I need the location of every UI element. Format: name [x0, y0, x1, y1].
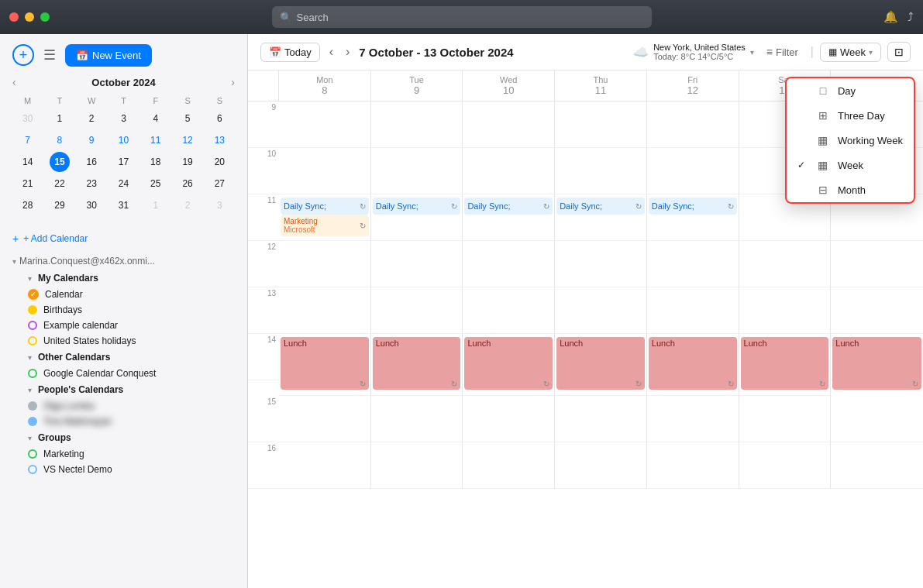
day-col-wed-15[interactable]	[463, 396, 555, 442]
event-marketing-mon[interactable]: Marketing Microsoft ↻	[281, 215, 369, 236]
day-col-tue-11[interactable]: Daily Sync; ↻	[371, 194, 463, 241]
mini-cal-day[interactable]: 5	[177, 108, 198, 129]
mini-cal-day[interactable]: 7	[18, 130, 38, 150]
mini-cal-day[interactable]: 6	[209, 108, 229, 129]
day-col-wed-13[interactable]	[463, 287, 555, 334]
day-col-mon-12[interactable]	[279, 241, 371, 287]
calendar-item-person2[interactable]: Tina Makhnayan	[0, 414, 247, 429]
mini-cal-day[interactable]: 24	[113, 174, 133, 194]
mini-cal-day[interactable]: 3	[113, 108, 133, 129]
day-col-thu-16[interactable]	[555, 442, 647, 489]
day-col-mon-10[interactable]	[279, 148, 371, 194]
add-icon-button[interactable]: +	[12, 44, 34, 66]
day-col-mon-9[interactable]	[279, 101, 371, 148]
day-col-wed-11[interactable]: Daily Sync; ↻	[463, 194, 555, 241]
day-col-tue-9[interactable]	[371, 101, 463, 148]
calendar-item-google[interactable]: Google Calendar Conquest	[0, 366, 247, 381]
mini-cal-day[interactable]: 13	[209, 130, 229, 150]
event-daily-sync-thu[interactable]: Daily Sync; ↻	[556, 198, 645, 215]
day-col-sun-15[interactable]	[831, 396, 923, 442]
day-col-fri-15[interactable]	[647, 396, 739, 442]
mini-cal-day[interactable]: 30	[81, 195, 102, 215]
mini-cal-day[interactable]: 29	[50, 195, 70, 215]
mini-cal-day[interactable]: 20	[209, 152, 229, 172]
day-col-sat-15[interactable]	[739, 396, 832, 442]
mini-cal-day[interactable]: 17	[113, 152, 133, 172]
event-lunch-thu[interactable]: Lunch ↻	[556, 337, 645, 390]
view-option-threeday[interactable]: ⊞ Three Day	[787, 103, 914, 128]
calendar-item-us-holidays[interactable]: United States holidays	[0, 333, 247, 349]
mini-cal-day[interactable]: 1	[146, 195, 166, 215]
notifications-icon[interactable]: 🔔	[883, 10, 898, 24]
calendar-item-birthdays[interactable]: Birthdays	[0, 302, 247, 318]
day-col-wed-9[interactable]	[463, 101, 555, 148]
view-option-workingweek[interactable]: ▦ Working Week	[787, 128, 914, 153]
view-selector-button[interactable]: ▦ Week ▾	[820, 43, 881, 62]
mini-cal-day[interactable]: 25	[146, 174, 166, 194]
day-col-thu-14[interactable]: Lunch ↻	[555, 334, 647, 396]
mini-cal-next[interactable]: ›	[231, 76, 235, 88]
event-daily-sync-wed[interactable]: Daily Sync; ↻	[464, 198, 553, 215]
groups-header[interactable]: ▾ Groups	[0, 429, 247, 446]
new-event-button[interactable]: 📅 New Event	[65, 44, 152, 67]
other-calendars-header[interactable]: ▾ Other Calendars	[0, 349, 247, 366]
calendar-item-marketing[interactable]: Marketing	[0, 446, 247, 462]
mini-cal-today[interactable]: 15	[50, 152, 70, 172]
calendar-item-nectel[interactable]: VS Nectel Demo	[0, 462, 247, 477]
mini-cal-day[interactable]: 9	[81, 130, 102, 150]
view-option-day[interactable]: □ Day	[787, 78, 914, 103]
day-col-sun-16[interactable]	[831, 442, 923, 489]
prev-week-button[interactable]: ‹	[326, 43, 336, 60]
day-col-sat-14[interactable]: Lunch ↻	[739, 334, 832, 396]
day-col-fri-11[interactable]: Daily Sync; ↻	[647, 194, 739, 241]
mini-cal-day[interactable]: 3	[209, 195, 229, 215]
view-option-month[interactable]: ⊟ Month	[787, 177, 914, 202]
day-col-sat-13[interactable]	[739, 287, 832, 334]
event-daily-sync-tue[interactable]: Daily Sync; ↻	[373, 198, 461, 215]
day-col-tue-10[interactable]	[371, 148, 463, 194]
day-col-thu-12[interactable]	[555, 241, 647, 287]
event-lunch-wed[interactable]: Lunch ↻	[464, 337, 553, 390]
day-col-mon-14[interactable]: Lunch ↻	[279, 334, 371, 396]
mini-cal-prev[interactable]: ‹	[12, 76, 16, 88]
event-daily-sync-mon[interactable]: Daily Sync; ↻	[281, 198, 369, 215]
day-col-thu-13[interactable]	[555, 287, 647, 334]
split-view-button[interactable]: ⊡	[887, 42, 911, 62]
mini-cal-day[interactable]: 26	[177, 174, 198, 194]
event-lunch-sun[interactable]: Lunch ↻	[832, 337, 921, 390]
my-calendars-header[interactable]: ▾ My Calendars	[0, 270, 247, 287]
day-col-sat-12[interactable]	[739, 241, 832, 287]
day-col-wed-14[interactable]: Lunch ↻	[463, 334, 555, 396]
calendar-item-calendar[interactable]: Calendar	[0, 287, 247, 302]
day-col-mon-11[interactable]: Daily Sync; ↻ Marketing Microsoft ↻	[279, 194, 371, 241]
day-col-thu-9[interactable]	[555, 101, 647, 148]
mini-cal-day[interactable]: 1	[50, 108, 70, 129]
mini-cal-day[interactable]: 10	[113, 130, 133, 150]
day-col-sun-14[interactable]: Lunch ↻	[831, 334, 923, 380]
day-col-fri-16[interactable]	[647, 442, 739, 489]
day-col-thu-10[interactable]	[555, 148, 647, 194]
day-col-fri-13[interactable]	[647, 287, 739, 334]
day-col-mon-15[interactable]	[279, 396, 371, 442]
view-option-week[interactable]: ✓ ▦ Week	[787, 153, 914, 177]
mini-cal-day[interactable]: 23	[81, 174, 102, 194]
mini-cal-day[interactable]: 18	[146, 152, 166, 172]
account-header[interactable]: ▾ Marina.Conquest@x462x.onmi...	[0, 253, 247, 270]
day-col-fri-9[interactable]	[647, 101, 739, 148]
event-daily-sync-fri[interactable]: Daily Sync; ↻	[649, 198, 737, 215]
day-col-thu-11[interactable]: Daily Sync; ↻	[555, 194, 647, 241]
mini-cal-day[interactable]: 22	[50, 174, 70, 194]
day-col-tue-16[interactable]	[371, 442, 463, 489]
calendar-item-example[interactable]: Example calendar	[0, 318, 247, 333]
next-week-button[interactable]: ›	[343, 43, 353, 60]
day-col-wed-12[interactable]	[463, 241, 555, 287]
mini-cal-day[interactable]: 14	[18, 152, 38, 172]
day-col-fri-10[interactable]	[647, 148, 739, 194]
day-col-wed-16[interactable]	[463, 442, 555, 489]
mini-cal-day[interactable]: 12	[177, 130, 198, 150]
day-col-mon-16[interactable]	[279, 442, 371, 489]
day-col-wed-10[interactable]	[463, 148, 555, 194]
mini-cal-day[interactable]: 21	[18, 174, 38, 194]
mini-cal-day[interactable]: 30	[18, 108, 38, 129]
peoples-calendars-header[interactable]: ▾ People's Calendars	[0, 381, 247, 398]
